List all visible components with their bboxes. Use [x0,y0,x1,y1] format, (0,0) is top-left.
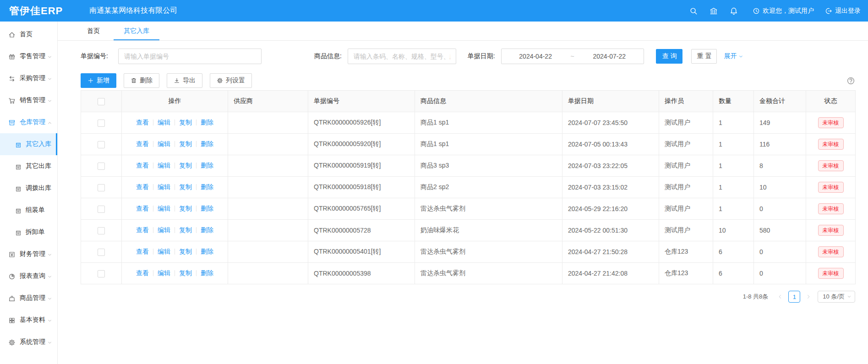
actions-cell: 查看编辑复制删除 [122,263,228,284]
order-no-input[interactable] [118,49,262,64]
copy-link[interactable]: 复制 [179,205,192,212]
sidebar-item-finance[interactable]: 财务管理 [0,243,57,265]
sidebar-item-transfer-outbound[interactable]: 调拨出库 [0,177,57,199]
edit-link[interactable]: 编辑 [158,183,170,190]
product-info-input[interactable] [348,49,456,64]
bank-icon[interactable] [706,3,721,19]
view-link[interactable]: 查看 [136,248,149,255]
delete-link[interactable]: 删除 [201,162,213,169]
row-checkbox[interactable] [98,163,105,170]
row-checkbox[interactable] [98,270,105,277]
supplier-cell [228,155,308,177]
prev-page-button[interactable] [775,294,786,299]
delete-link[interactable]: 删除 [201,140,213,147]
row-checkbox[interactable] [98,184,105,191]
date-range-picker[interactable]: 2024-04-22 ~ 2024-07-22 [501,49,644,64]
sidebar-item-assembly[interactable]: 组装单 [0,199,57,221]
add-button[interactable]: 新增 [81,73,116,88]
welcome-text: 欢迎您，测试用户 [763,7,814,15]
welcome-user[interactable]: 欢迎您，测试用户 [753,7,814,15]
sidebar-item-reports[interactable]: 报表查询 [0,265,57,287]
chevron-right-icon [806,294,811,299]
delete-link[interactable]: 删除 [201,269,213,277]
date-cell: 2024-07-05 00:13:43 [562,134,659,155]
copy-link[interactable]: 复制 [179,269,192,277]
edit-link[interactable]: 编辑 [158,119,170,126]
sidebar-item-other-outbound[interactable]: 其它出库 [0,155,57,177]
edit-link[interactable]: 编辑 [158,140,170,147]
row-checkbox[interactable] [98,206,105,213]
view-link[interactable]: 查看 [136,183,149,190]
home-icon [8,31,16,38]
row-checkbox[interactable] [98,120,105,127]
view-link[interactable]: 查看 [136,162,149,169]
sidebar-item-other-inbound[interactable]: 其它入库 [0,133,57,155]
view-link[interactable]: 查看 [136,205,149,212]
edit-link[interactable]: 编辑 [158,226,170,234]
delete-button[interactable]: 删除 [124,73,159,88]
next-page-button[interactable] [803,294,814,299]
tab-home[interactable]: 首页 [77,22,110,40]
status-cell: 未审核 [806,198,856,220]
row-checkbox[interactable] [98,141,105,148]
sidebar-item-disassembly[interactable]: 拆卸单 [0,221,57,243]
search-icon[interactable] [686,3,701,19]
select-all-checkbox[interactable] [98,98,105,105]
sidebar-item-home[interactable]: 首页 [0,23,57,45]
row-checkbox[interactable] [98,249,105,256]
inbound-table: 操作 供应商 单据编号 商品信息 单据日期 操作员 数量 金额合计 状态 查看编… [81,90,856,284]
date-end-value[interactable]: 2024-07-22 [575,53,644,60]
product-info-label: 商品信息: [314,52,342,60]
delete-link[interactable]: 删除 [201,119,213,126]
export-button[interactable]: 导出 [167,73,202,88]
supplier-cell [228,241,308,263]
expand-link[interactable]: 展开 [724,52,743,60]
delete-link[interactable]: 删除 [201,248,213,255]
copy-link[interactable]: 复制 [179,226,192,234]
search-button[interactable]: 查询 [656,49,682,64]
copy-link[interactable]: 复制 [179,183,192,190]
edit-link[interactable]: 编辑 [158,162,170,169]
column-header-supplier: 供应商 [228,91,308,112]
page-number-button[interactable]: 1 [788,291,800,303]
column-header-actions: 操作 [122,91,228,112]
status-badge: 未审核 [818,268,844,279]
delete-link[interactable]: 删除 [201,183,213,190]
sidebar-item-basic-data[interactable]: 基本资料 [0,309,57,331]
column-settings-button[interactable]: 列设置 [210,73,252,88]
edit-link[interactable]: 编辑 [158,269,170,277]
actions-cell: 查看编辑复制删除 [122,177,228,198]
view-link[interactable]: 查看 [136,119,149,126]
copy-link[interactable]: 复制 [179,119,192,126]
edit-link[interactable]: 编辑 [158,248,170,255]
tab-other-inbound[interactable]: 其它入库 [114,22,159,40]
delete-link[interactable]: 删除 [201,226,213,234]
sidebar-item-purchase[interactable]: 采购管理 [0,67,57,89]
view-link[interactable]: 查看 [136,140,149,147]
logout-button[interactable]: 退出登录 [825,7,861,15]
sidebar-item-goods[interactable]: 商品管理 [0,287,57,309]
copy-link[interactable]: 复制 [179,140,192,147]
table-row: 查看编辑复制删除 QTRK00000005401[转] 雷达杀虫气雾剂 2024… [81,241,856,263]
copy-link[interactable]: 复制 [179,162,192,169]
copy-link[interactable]: 复制 [179,248,192,255]
table-row: 查看编辑复制删除 QTRK00000005918[转] 商品2 sp2 2024… [81,177,856,198]
help-icon[interactable] [846,76,855,85]
date-start-value[interactable]: 2024-04-22 [502,53,570,60]
view-link[interactable]: 查看 [136,226,149,234]
page-size-select[interactable]: 10 条/页 [818,291,855,303]
row-checkbox[interactable] [98,227,105,234]
view-link[interactable]: 查看 [136,269,149,277]
table-row: 查看编辑复制删除 QTRK00000005919[转] 商品3 sp3 2024… [81,155,856,177]
delete-link[interactable]: 删除 [201,205,213,212]
sidebar-item-system[interactable]: 系统管理 [0,331,57,353]
plus-icon [87,77,94,84]
sidebar-item-warehouse[interactable]: 仓库管理 [0,111,57,133]
edit-link[interactable]: 编辑 [158,205,170,212]
date-cell: 2024-07-03 23:22:05 [562,155,659,177]
sidebar-item-sales[interactable]: 销售管理 [0,89,57,111]
sidebar-item-retail[interactable]: 零售管理 [0,45,57,67]
bell-icon[interactable] [726,3,742,19]
reset-button[interactable]: 重置 [691,49,717,64]
table-row: 查看编辑复制删除 QTRK00000005926[转] 商品1 sp1 2024… [81,112,856,134]
